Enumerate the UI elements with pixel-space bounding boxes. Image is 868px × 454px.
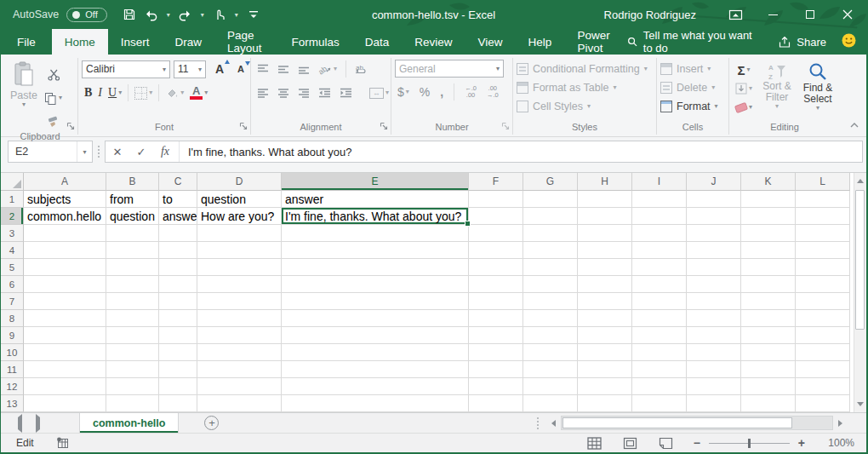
cell-L10[interactable] xyxy=(796,344,850,361)
cell-G10[interactable] xyxy=(523,344,578,361)
cell-E13[interactable] xyxy=(282,395,469,412)
cell-G2[interactable] xyxy=(523,208,578,225)
alignment-dialog-launcher-icon[interactable] xyxy=(380,121,388,133)
fill-color-button[interactable]: ▾ xyxy=(163,83,186,102)
cell-A6[interactable] xyxy=(24,276,106,293)
next-sheet-icon[interactable] xyxy=(36,417,40,429)
cell-G3[interactable] xyxy=(523,225,578,242)
user-name[interactable]: Rodrigo Rodriguez xyxy=(604,9,696,21)
scroll-left-icon[interactable] xyxy=(546,416,561,430)
cell-A10[interactable] xyxy=(24,344,106,361)
maximize-button[interactable] xyxy=(791,0,829,29)
cell-B5[interactable] xyxy=(106,259,159,276)
cell-E9[interactable] xyxy=(282,327,469,344)
cell-F7[interactable] xyxy=(469,293,523,310)
cell-K13[interactable] xyxy=(741,395,796,412)
collapse-ribbon-icon[interactable] xyxy=(849,119,859,131)
cell-C13[interactable] xyxy=(159,395,197,412)
previous-sheet-icon[interactable] xyxy=(18,417,22,429)
cell-F2[interactable] xyxy=(469,208,523,225)
cell-B11[interactable] xyxy=(106,361,159,378)
name-box-dropdown-icon[interactable]: ▾ xyxy=(77,141,92,162)
cell-A8[interactable] xyxy=(24,310,106,327)
cell-K4[interactable] xyxy=(741,242,796,259)
cut-icon[interactable] xyxy=(42,65,65,83)
cell-D9[interactable] xyxy=(197,327,282,344)
cell-I12[interactable] xyxy=(632,378,687,395)
font-name-combobox[interactable]: Calibri▾ xyxy=(82,60,170,78)
cell-J4[interactable] xyxy=(687,242,741,259)
cell-D6[interactable] xyxy=(197,276,282,293)
tell-me-box[interactable]: Tell me what you want to do xyxy=(627,29,763,55)
underline-button[interactable]: U▾ xyxy=(106,83,124,102)
tab-page-layout[interactable]: Page Layout xyxy=(214,29,278,55)
cell-D8[interactable] xyxy=(197,310,282,327)
percent-style-icon[interactable]: % xyxy=(417,83,432,101)
cell-D3[interactable] xyxy=(197,225,282,242)
cell-H2[interactable] xyxy=(578,208,632,225)
row-header-2[interactable]: 2 xyxy=(1,208,24,225)
cell-J1[interactable] xyxy=(687,191,741,208)
cell-K1[interactable] xyxy=(741,191,796,208)
cell-A7[interactable] xyxy=(24,293,106,310)
format-painter-icon[interactable] xyxy=(42,112,65,131)
cell-D7[interactable] xyxy=(197,293,282,310)
number-dialog-launcher-icon[interactable] xyxy=(501,121,510,133)
cell-I9[interactable] xyxy=(632,327,687,344)
redo-icon[interactable] xyxy=(176,4,195,25)
cell-D1[interactable]: question xyxy=(197,191,282,208)
cell-E6[interactable] xyxy=(282,276,469,293)
cell-A9[interactable] xyxy=(24,327,106,344)
borders-button[interactable]: ▾ xyxy=(132,83,155,102)
bold-button[interactable]: B xyxy=(82,83,94,102)
cell-L4[interactable] xyxy=(796,242,850,259)
cell-I5[interactable] xyxy=(632,259,687,276)
tab-splitter-dots[interactable] xyxy=(533,417,543,429)
increase-font-size-button[interactable]: A xyxy=(213,60,226,78)
cell-H4[interactable] xyxy=(578,242,632,259)
cell-J6[interactable] xyxy=(687,276,741,293)
orientation-dropdown-icon[interactable]: ▾ xyxy=(334,66,337,72)
tab-draw[interactable]: Draw xyxy=(163,29,215,55)
cell-J8[interactable] xyxy=(687,310,741,327)
cell-G11[interactable] xyxy=(523,361,578,378)
share-button[interactable]: Share xyxy=(778,36,826,49)
cell-G13[interactable] xyxy=(523,395,578,412)
cell-C3[interactable] xyxy=(159,225,197,242)
column-header-J[interactable]: J xyxy=(687,173,741,191)
cell-G12[interactable] xyxy=(523,378,578,395)
orientation-icon[interactable]: ab ▾ xyxy=(316,60,340,78)
tab-help[interactable]: Help xyxy=(516,29,565,55)
cell-H9[interactable] xyxy=(578,327,632,344)
cell-B7[interactable] xyxy=(106,293,159,310)
scroll-down-icon[interactable] xyxy=(854,396,866,412)
tab-file[interactable]: File xyxy=(1,29,52,55)
sort-filter-button[interactable]: A Z Sort & Filter ▾ xyxy=(758,60,796,122)
cell-C8[interactable] xyxy=(159,310,197,327)
column-header-H[interactable]: H xyxy=(578,173,632,191)
cell-C9[interactable] xyxy=(159,327,197,344)
touch-mode-dropdown-icon[interactable]: ▾ xyxy=(232,11,241,19)
row-header-11[interactable]: 11 xyxy=(1,361,24,378)
cell-D5[interactable] xyxy=(197,259,282,276)
cell-D11[interactable] xyxy=(197,361,282,378)
cell-H7[interactable] xyxy=(578,293,632,310)
tab-insert[interactable]: Insert xyxy=(108,29,163,55)
wrap-text-icon[interactable]: ab xyxy=(352,60,370,78)
page-break-preview-icon[interactable] xyxy=(658,435,675,451)
cell-A2[interactable]: common.hello xyxy=(24,208,106,225)
comma-style-icon[interactable]: , xyxy=(437,83,446,101)
row-header-12[interactable]: 12 xyxy=(1,378,24,395)
cell-D2[interactable]: How are you? xyxy=(197,208,282,225)
cell-I13[interactable] xyxy=(632,395,687,412)
column-header-E[interactable]: E xyxy=(282,173,469,191)
cell-E1[interactable]: answer xyxy=(282,191,469,208)
cell-F1[interactable] xyxy=(469,191,523,208)
cell-B9[interactable] xyxy=(106,327,159,344)
column-header-G[interactable]: G xyxy=(523,173,578,191)
cell-J12[interactable] xyxy=(687,378,741,395)
horizontal-scrollbar-thumb[interactable] xyxy=(562,417,792,428)
cell-I11[interactable] xyxy=(632,361,687,378)
close-button[interactable] xyxy=(829,0,866,29)
align-bottom-icon[interactable] xyxy=(295,60,312,78)
